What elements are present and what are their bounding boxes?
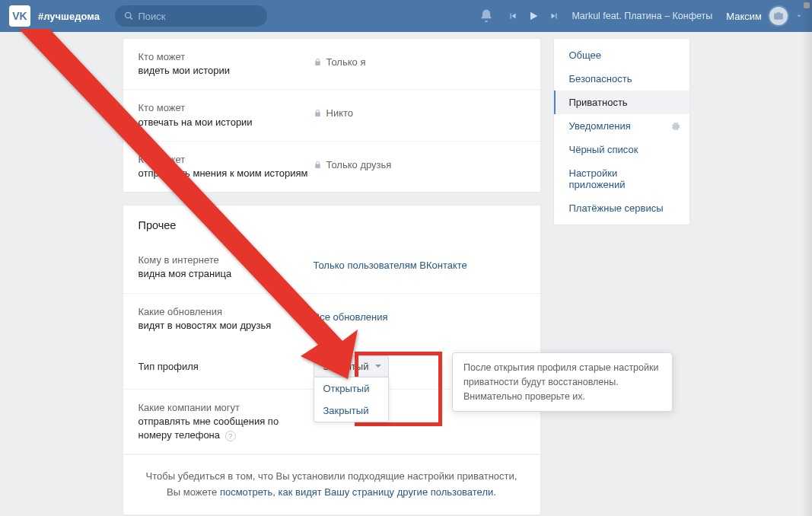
setting-row[interactable]: Кому в интернетевидна моя страницаТолько… bbox=[123, 242, 540, 293]
svg-point-0 bbox=[125, 12, 130, 18]
setting-row[interactable]: Какие обновлениявидят в новостях мои дру… bbox=[123, 294, 540, 344]
setting-value-link[interactable]: Все обновления bbox=[314, 305, 388, 323]
privacy-footer: Чтобы убедиться в том, что Вы установили… bbox=[123, 454, 540, 514]
dropdown-option-closed[interactable]: Закрытый bbox=[314, 400, 389, 422]
app-header: VK #лучшедома Markul feat. Платина – Кон… bbox=[0, 0, 812, 32]
setting-value: Только я bbox=[314, 50, 366, 68]
search-box[interactable] bbox=[115, 5, 267, 27]
next-track-icon[interactable] bbox=[549, 11, 559, 21]
setting-value: Только друзья bbox=[314, 153, 392, 170]
setting-label: Кому в интернетевидна моя страница bbox=[139, 253, 314, 281]
setting-label: Кто можетотправлять мнения к моим истори… bbox=[139, 153, 314, 180]
notifications-icon[interactable] bbox=[479, 8, 494, 24]
header-hashtag[interactable]: #лучшедома bbox=[38, 11, 100, 22]
camera-icon bbox=[773, 11, 784, 21]
search-input[interactable] bbox=[138, 11, 257, 22]
sidebar-item-3[interactable]: Уведомления bbox=[554, 114, 689, 138]
lock-icon bbox=[314, 58, 322, 66]
sidebar-item-1[interactable]: Безопасность bbox=[554, 67, 689, 91]
user-name: Максим bbox=[726, 11, 762, 22]
svg-line-1 bbox=[130, 18, 132, 20]
setting-label: Какие обновлениявидят в новостях мои дру… bbox=[139, 305, 314, 333]
gear-icon[interactable] bbox=[670, 121, 680, 132]
user-menu[interactable]: Максим bbox=[726, 5, 803, 27]
dropdown-menu: Открытый Закрытый bbox=[314, 377, 390, 422]
sidebar-item-4[interactable]: Чёрный список bbox=[554, 138, 689, 161]
dropdown-option-open[interactable]: Открытый bbox=[314, 377, 389, 400]
play-icon[interactable] bbox=[527, 10, 540, 22]
help-icon[interactable]: ? bbox=[225, 431, 236, 441]
settings-panel-stories: Кто можетвидеть мои историиТолько яКто м… bbox=[123, 38, 541, 193]
setting-row[interactable]: Кто можетотправлять мнения к моим истори… bbox=[123, 142, 540, 192]
sidebar-item-0[interactable]: Общее bbox=[554, 43, 689, 67]
search-icon bbox=[124, 11, 134, 21]
sidebar-item-2[interactable]: Приватность bbox=[554, 91, 689, 114]
prev-track-icon[interactable] bbox=[508, 11, 518, 21]
lock-icon bbox=[314, 109, 322, 117]
setting-label: Кто можетотвечать на мои истории bbox=[139, 101, 314, 129]
label-companies: Какие компании могут отправлять мне сооб… bbox=[139, 401, 314, 443]
label-profile-type: Тип профиля bbox=[139, 355, 314, 374]
avatar bbox=[768, 5, 789, 27]
sidebar-item-6[interactable]: Платёжные сервисы bbox=[554, 196, 689, 220]
lock-icon bbox=[314, 161, 322, 169]
setting-value-link[interactable]: Только пользователям ВКонтакте bbox=[314, 253, 467, 271]
section-title-other: Прочее bbox=[123, 205, 540, 242]
music-player: Markul feat. Платина – Конфеты bbox=[508, 10, 712, 22]
preview-link[interactable]: посмотреть, как видят Вашу страницу друг… bbox=[220, 486, 496, 498]
setting-row[interactable]: Кто можетвидеть мои историиТолько я bbox=[123, 39, 540, 90]
setting-label: Кто можетвидеть мои истории bbox=[139, 50, 314, 78]
vk-logo[interactable]: VK bbox=[9, 5, 30, 27]
setting-row[interactable]: Кто можетотвечать на мои историиНикто bbox=[123, 90, 540, 141]
profile-type-tooltip: После открытия профиля старые настройки … bbox=[452, 352, 673, 412]
track-title[interactable]: Markul feat. Платина – Конфеты bbox=[572, 11, 712, 21]
settings-nav: ОбщееБезопасностьПриватностьУведомленияЧ… bbox=[553, 38, 690, 225]
sidebar-item-5[interactable]: Настройки приложений bbox=[554, 161, 689, 196]
header-right: Markul feat. Платина – Конфеты Максим bbox=[479, 5, 803, 27]
setting-value: Никто bbox=[314, 101, 354, 119]
chevron-down-icon bbox=[795, 12, 803, 20]
